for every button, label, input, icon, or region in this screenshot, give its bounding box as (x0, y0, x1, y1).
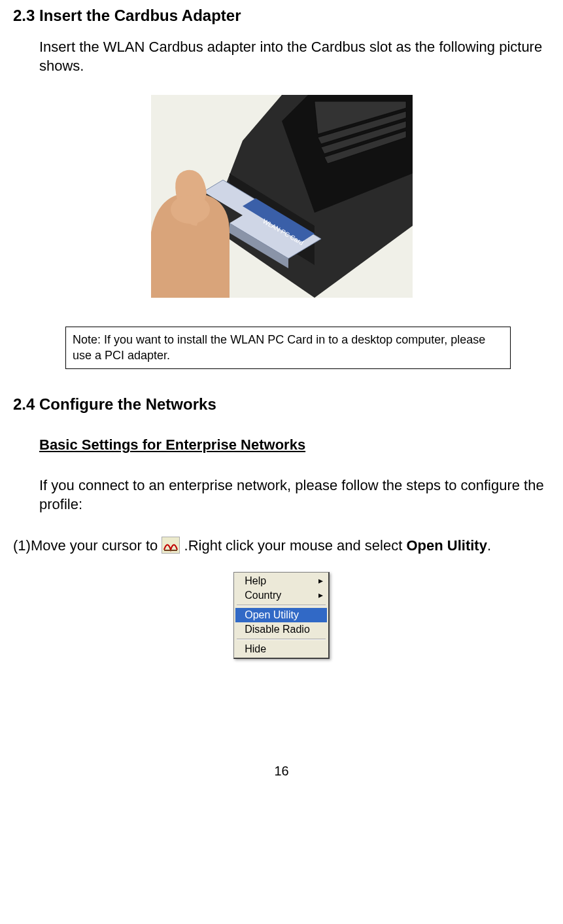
step-1-suffix: . (487, 537, 491, 554)
step-1-prefix: (1)Move your cursor to (13, 537, 162, 554)
step-1-mid: .Right click your mouse and select (184, 537, 407, 554)
menu-item-country[interactable]: Country (235, 588, 327, 603)
menu-item-hide[interactable]: Hide (235, 642, 327, 656)
basic-settings-subheading: Basic Settings for Enterprise Networks (39, 436, 550, 453)
section-2-3-heading: 2.3 Insert the Cardbus Adapter (13, 7, 550, 25)
menu-separator-2 (237, 639, 326, 640)
desktop-note-box: Note: If you want to install the WLAN PC… (65, 327, 511, 369)
wlan-tray-icon (162, 537, 180, 554)
step-1-line: (1)Move your cursor to .Right click your… (13, 537, 550, 556)
section-2-4-heading: 2.4 Configure the Networks (13, 395, 550, 414)
section-2-4-paragraph: If you connect to an enterprise network,… (39, 476, 550, 514)
menu-item-help[interactable]: Help (235, 574, 327, 588)
menu-separator-1 (237, 605, 326, 606)
tray-context-menu: Help Country Open Utility Disable Radio … (233, 572, 330, 659)
page-number: 16 (13, 764, 550, 779)
section-2-3-paragraph: Insert the WLAN Cardbus adapter into the… (39, 38, 550, 75)
svg-point-14 (171, 195, 210, 224)
cardbus-insert-figure: WLAN PC Card (13, 95, 550, 300)
cardbus-insert-illustration: WLAN PC Card (151, 95, 413, 298)
menu-item-open-utility[interactable]: Open Utility (235, 608, 327, 622)
context-menu-figure: Help Country Open Utility Disable Radio … (13, 572, 550, 659)
svg-rect-16 (164, 550, 177, 551)
menu-item-disable-radio[interactable]: Disable Radio (235, 622, 327, 637)
step-1-action-bold: Open Ulitity (406, 537, 486, 554)
